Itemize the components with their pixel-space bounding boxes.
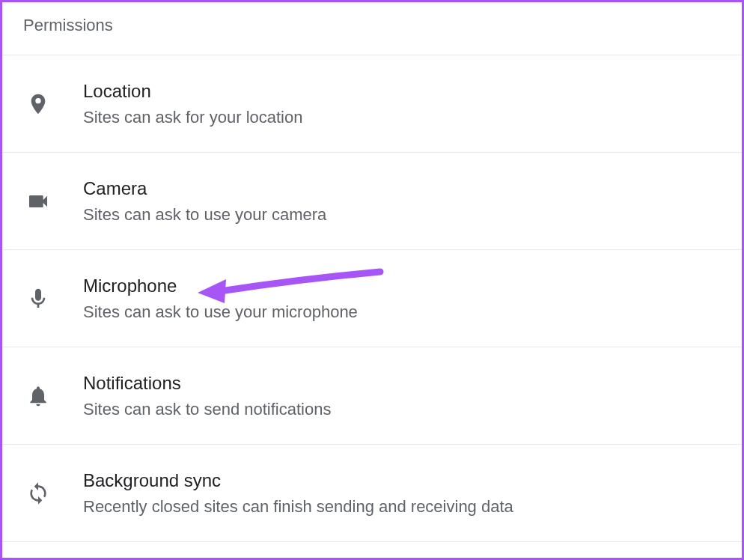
sync-icon xyxy=(23,478,53,508)
camera-icon xyxy=(23,186,53,216)
permission-text: Microphone Sites can ask to use your mic… xyxy=(83,276,358,322)
permission-text: Camera Sites can ask to use your camera xyxy=(83,178,326,225)
permission-desc: Sites can ask to use your microphone xyxy=(83,302,358,322)
permission-text: Background sync Recently closed sites ca… xyxy=(83,470,513,517)
permission-desc: Sites can ask to send notifications xyxy=(83,400,331,419)
permission-title: Camera xyxy=(83,178,326,199)
permission-text: Notifications Sites can ask to send noti… xyxy=(83,373,331,419)
permission-row-camera[interactable]: Camera Sites can ask to use your camera xyxy=(2,153,742,250)
permission-desc: Sites can ask to use your camera xyxy=(83,205,326,225)
permission-row-location[interactable]: Location Sites can ask for your location xyxy=(2,55,742,153)
permission-row-notifications[interactable]: Notifications Sites can ask to send noti… xyxy=(2,347,742,445)
notifications-icon xyxy=(23,381,53,411)
permission-desc: Recently closed sites can finish sending… xyxy=(83,497,513,517)
permission-title: Background sync xyxy=(83,470,513,491)
permission-desc: Sites can ask for your location xyxy=(83,108,302,127)
permission-title: Notifications xyxy=(83,373,331,394)
permission-title: Microphone xyxy=(83,276,358,296)
permission-title: Location xyxy=(83,81,302,102)
permission-text: Location Sites can ask for your location xyxy=(83,81,302,127)
section-title: Permissions xyxy=(2,2,742,55)
permissions-panel: Permissions Location Sites can ask for y… xyxy=(0,0,744,560)
location-icon xyxy=(23,89,53,119)
permission-row-microphone[interactable]: Microphone Sites can ask to use your mic… xyxy=(2,250,742,347)
microphone-icon xyxy=(23,284,53,314)
permissions-list: Location Sites can ask for your location… xyxy=(2,55,742,542)
permission-row-background-sync[interactable]: Background sync Recently closed sites ca… xyxy=(2,445,742,542)
